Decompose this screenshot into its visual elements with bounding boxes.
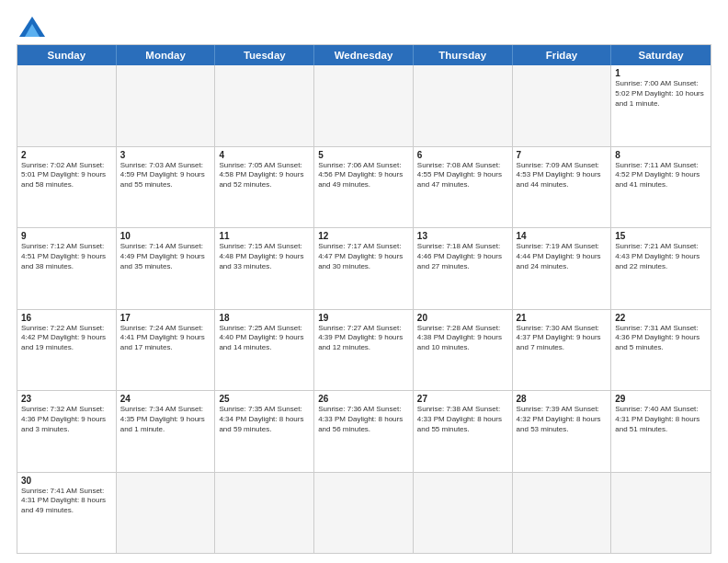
weekday-header-saturday: Saturday bbox=[611, 45, 711, 65]
calendar-row-4: 23Sunrise: 7:32 AM Sunset: 4:36 PM Dayli… bbox=[17, 391, 711, 473]
day-number: 20 bbox=[417, 313, 508, 323]
page-header bbox=[17, 17, 711, 37]
day-number: 27 bbox=[417, 394, 508, 404]
day-info: Sunrise: 7:19 AM Sunset: 4:44 PM Dayligh… bbox=[517, 242, 608, 271]
calendar-cell: 24Sunrise: 7:34 AM Sunset: 4:35 PM Dayli… bbox=[117, 391, 216, 472]
day-info: Sunrise: 7:12 AM Sunset: 4:51 PM Dayligh… bbox=[21, 242, 112, 271]
day-info: Sunrise: 7:17 AM Sunset: 4:47 PM Dayligh… bbox=[318, 242, 409, 271]
calendar-cell bbox=[513, 473, 612, 554]
day-info: Sunrise: 7:14 AM Sunset: 4:49 PM Dayligh… bbox=[120, 242, 211, 271]
calendar-row-0: 1Sunrise: 7:00 AM Sunset: 5:02 PM Daylig… bbox=[17, 65, 711, 147]
day-info: Sunrise: 7:35 AM Sunset: 4:34 PM Dayligh… bbox=[219, 405, 310, 434]
calendar-cell: 22Sunrise: 7:31 AM Sunset: 4:36 PM Dayli… bbox=[611, 310, 711, 391]
day-number: 19 bbox=[318, 313, 409, 323]
day-number: 11 bbox=[219, 231, 310, 241]
day-number: 30 bbox=[21, 476, 112, 486]
day-number: 13 bbox=[417, 231, 508, 241]
calendar-cell: 14Sunrise: 7:19 AM Sunset: 4:44 PM Dayli… bbox=[513, 228, 612, 309]
calendar-cell: 2Sunrise: 7:02 AM Sunset: 5:01 PM Daylig… bbox=[17, 147, 117, 228]
calendar-cell bbox=[314, 473, 414, 554]
calendar-cell: 15Sunrise: 7:21 AM Sunset: 4:43 PM Dayli… bbox=[611, 228, 711, 309]
weekday-header-monday: Monday bbox=[117, 45, 216, 65]
day-number: 21 bbox=[517, 313, 608, 323]
calendar-cell: 7Sunrise: 7:09 AM Sunset: 4:53 PM Daylig… bbox=[513, 147, 612, 228]
day-number: 18 bbox=[219, 313, 310, 323]
calendar-cell: 19Sunrise: 7:27 AM Sunset: 4:39 PM Dayli… bbox=[314, 310, 414, 391]
calendar-cell: 16Sunrise: 7:22 AM Sunset: 4:42 PM Dayli… bbox=[17, 310, 117, 391]
day-number: 9 bbox=[21, 231, 112, 241]
calendar-cell: 12Sunrise: 7:17 AM Sunset: 4:47 PM Dayli… bbox=[314, 228, 414, 309]
weekday-header-wednesday: Wednesday bbox=[314, 45, 414, 65]
calendar-cell bbox=[215, 65, 314, 146]
calendar-body: 1Sunrise: 7:00 AM Sunset: 5:02 PM Daylig… bbox=[17, 65, 711, 553]
calendar-cell: 28Sunrise: 7:39 AM Sunset: 4:32 PM Dayli… bbox=[513, 391, 612, 472]
weekday-header-thursday: Thursday bbox=[414, 45, 513, 65]
logo-icon bbox=[19, 17, 45, 37]
day-info: Sunrise: 7:09 AM Sunset: 4:53 PM Dayligh… bbox=[517, 161, 608, 190]
day-info: Sunrise: 7:28 AM Sunset: 4:38 PM Dayligh… bbox=[417, 324, 508, 353]
calendar-cell: 25Sunrise: 7:35 AM Sunset: 4:34 PM Dayli… bbox=[215, 391, 314, 472]
calendar-cell bbox=[611, 473, 711, 554]
calendar-cell: 8Sunrise: 7:11 AM Sunset: 4:52 PM Daylig… bbox=[611, 147, 711, 228]
calendar-cell bbox=[314, 65, 414, 146]
day-number: 7 bbox=[517, 150, 608, 160]
calendar-cell: 11Sunrise: 7:15 AM Sunset: 4:48 PM Dayli… bbox=[215, 228, 314, 309]
calendar-cell bbox=[117, 65, 216, 146]
day-info: Sunrise: 7:03 AM Sunset: 4:59 PM Dayligh… bbox=[120, 161, 211, 190]
weekday-header-tuesday: Tuesday bbox=[215, 45, 314, 65]
day-info: Sunrise: 7:15 AM Sunset: 4:48 PM Dayligh… bbox=[219, 242, 310, 271]
day-number: 5 bbox=[318, 150, 409, 160]
weekday-header-friday: Friday bbox=[513, 45, 612, 65]
day-info: Sunrise: 7:39 AM Sunset: 4:32 PM Dayligh… bbox=[517, 405, 608, 434]
day-info: Sunrise: 7:18 AM Sunset: 4:46 PM Dayligh… bbox=[417, 242, 508, 271]
calendar-cell: 30Sunrise: 7:41 AM Sunset: 4:31 PM Dayli… bbox=[17, 473, 117, 554]
logo bbox=[17, 17, 45, 37]
calendar-cell bbox=[215, 473, 314, 554]
calendar-cell bbox=[117, 473, 216, 554]
day-info: Sunrise: 7:11 AM Sunset: 4:52 PM Dayligh… bbox=[615, 161, 707, 190]
day-number: 17 bbox=[120, 313, 211, 323]
calendar-cell: 20Sunrise: 7:28 AM Sunset: 4:38 PM Dayli… bbox=[414, 310, 513, 391]
day-info: Sunrise: 7:24 AM Sunset: 4:41 PM Dayligh… bbox=[120, 324, 211, 353]
day-info: Sunrise: 7:38 AM Sunset: 4:33 PM Dayligh… bbox=[417, 405, 508, 434]
calendar-row-1: 2Sunrise: 7:02 AM Sunset: 5:01 PM Daylig… bbox=[17, 147, 711, 229]
day-number: 1 bbox=[615, 68, 707, 78]
day-info: Sunrise: 7:30 AM Sunset: 4:37 PM Dayligh… bbox=[517, 324, 608, 353]
day-info: Sunrise: 7:25 AM Sunset: 4:40 PM Dayligh… bbox=[219, 324, 310, 353]
day-number: 3 bbox=[120, 150, 211, 160]
day-number: 6 bbox=[417, 150, 508, 160]
day-number: 8 bbox=[615, 150, 707, 160]
calendar: SundayMondayTuesdayWednesdayThursdayFrid… bbox=[17, 44, 711, 554]
day-number: 26 bbox=[318, 394, 409, 404]
day-number: 23 bbox=[21, 394, 112, 404]
day-number: 28 bbox=[517, 394, 608, 404]
day-info: Sunrise: 7:00 AM Sunset: 5:02 PM Dayligh… bbox=[615, 79, 707, 109]
day-info: Sunrise: 7:27 AM Sunset: 4:39 PM Dayligh… bbox=[318, 324, 409, 353]
day-info: Sunrise: 7:05 AM Sunset: 4:58 PM Dayligh… bbox=[219, 161, 310, 190]
day-number: 29 bbox=[615, 394, 707, 404]
calendar-cell: 27Sunrise: 7:38 AM Sunset: 4:33 PM Dayli… bbox=[414, 391, 513, 472]
day-info: Sunrise: 7:34 AM Sunset: 4:35 PM Dayligh… bbox=[120, 405, 211, 434]
calendar-cell: 17Sunrise: 7:24 AM Sunset: 4:41 PM Dayli… bbox=[117, 310, 216, 391]
day-number: 4 bbox=[219, 150, 310, 160]
calendar-cell bbox=[414, 473, 513, 554]
calendar-cell: 9Sunrise: 7:12 AM Sunset: 4:51 PM Daylig… bbox=[17, 228, 117, 309]
day-info: Sunrise: 7:08 AM Sunset: 4:55 PM Dayligh… bbox=[417, 161, 508, 190]
day-number: 14 bbox=[517, 231, 608, 241]
calendar-cell bbox=[17, 65, 117, 146]
calendar-cell: 21Sunrise: 7:30 AM Sunset: 4:37 PM Dayli… bbox=[513, 310, 612, 391]
weekday-header-sunday: Sunday bbox=[17, 45, 117, 65]
day-number: 16 bbox=[21, 313, 112, 323]
calendar-cell bbox=[513, 65, 612, 146]
calendar-cell: 23Sunrise: 7:32 AM Sunset: 4:36 PM Dayli… bbox=[17, 391, 117, 472]
day-number: 24 bbox=[120, 394, 211, 404]
calendar-cell bbox=[414, 65, 513, 146]
calendar-cell: 5Sunrise: 7:06 AM Sunset: 4:56 PM Daylig… bbox=[314, 147, 414, 228]
day-info: Sunrise: 7:06 AM Sunset: 4:56 PM Dayligh… bbox=[318, 161, 409, 190]
calendar-header: SundayMondayTuesdayWednesdayThursdayFrid… bbox=[17, 45, 711, 65]
calendar-cell: 6Sunrise: 7:08 AM Sunset: 4:55 PM Daylig… bbox=[414, 147, 513, 228]
calendar-cell: 26Sunrise: 7:36 AM Sunset: 4:33 PM Dayli… bbox=[314, 391, 414, 472]
calendar-cell: 13Sunrise: 7:18 AM Sunset: 4:46 PM Dayli… bbox=[414, 228, 513, 309]
day-info: Sunrise: 7:41 AM Sunset: 4:31 PM Dayligh… bbox=[21, 487, 112, 516]
day-number: 12 bbox=[318, 231, 409, 241]
